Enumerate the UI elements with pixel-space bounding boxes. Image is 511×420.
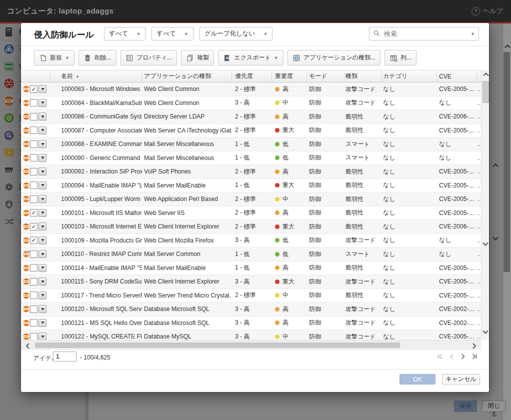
trash-button[interactable]: 削除... — [78, 50, 116, 66]
scroll-down-icon[interactable] — [482, 328, 490, 338]
table-row[interactable]: ✓1000103 - Microsoft Internet Ex…Web Cli… — [21, 220, 481, 234]
table-row[interactable]: 1000092 - Interaction SIP Proxy…VoIP Sof… — [21, 165, 481, 179]
scrollbar-thumb[interactable] — [35, 342, 400, 348]
item-start-input[interactable] — [53, 352, 76, 362]
columns-button[interactable]: 列... — [384, 50, 416, 66]
search-input[interactable] — [383, 30, 468, 38]
row-menu-button[interactable] — [38, 112, 46, 120]
table-row[interactable]: 1000084 - BlackMal/KamaSutra…Web Client … — [21, 96, 481, 110]
table-row[interactable]: 1000090 - Generic Command Fo…Mail Server… — [21, 152, 481, 166]
cancel-button[interactable]: キャンセル — [442, 374, 480, 384]
table-row[interactable]: 1000094 - MailEnable IMAP "LO…Mail Serve… — [21, 179, 481, 193]
application-type-button[interactable]: アプリケーションの種類... — [288, 50, 380, 66]
table-vertical-scrollbar[interactable] — [481, 70, 489, 340]
column-header-6[interactable]: 種類 — [344, 70, 382, 82]
search-box[interactable]: ▼ — [369, 27, 479, 40]
scrollbar-thumb[interactable] — [482, 81, 489, 103]
category: なし — [382, 302, 437, 316]
table-row[interactable]: 1000088 - EXAMINE Command…Mail Server Mi… — [21, 138, 481, 152]
row-menu-button[interactable] — [38, 250, 46, 258]
row-checkbox[interactable] — [30, 278, 38, 286]
scroll-up-icon[interactable] — [482, 71, 490, 80]
new-document-button[interactable]: 新規▼ — [34, 50, 74, 66]
column-header-5[interactable]: モード — [307, 70, 344, 82]
row-menu-button[interactable] — [38, 278, 46, 286]
row-menu-button[interactable] — [38, 85, 46, 93]
row-checkbox[interactable] — [30, 99, 38, 106]
row-checkbox[interactable] — [30, 319, 38, 326]
export-button[interactable]: エクスポート▼ — [218, 50, 283, 66]
row-checkbox[interactable]: ✓ — [30, 236, 38, 244]
table-row[interactable]: 1000120 - Microsoft SQL Serve…Database M… — [21, 302, 481, 316]
column-header-7[interactable]: カテゴリ — [382, 70, 437, 82]
table-row[interactable]: 1000122 - MySQL CREATE FUN…Database MySQ… — [21, 330, 481, 340]
chevron-down-icon[interactable]: ▼ — [470, 32, 475, 36]
row-menu-button[interactable] — [38, 195, 46, 203]
row-menu-button[interactable] — [38, 305, 46, 313]
row-menu-button[interactable] — [38, 168, 46, 176]
row-checkbox[interactable] — [30, 126, 38, 134]
table-row[interactable]: 1000095 - Lupii/Lupper Worm V…Web Applic… — [21, 192, 481, 206]
row-menu-button[interactable] — [38, 236, 46, 244]
table-row[interactable]: 1000115 - Sony DRM CodeSupp…Web Client I… — [21, 275, 481, 289]
column-header-8[interactable]: CVE — [437, 70, 477, 82]
row-menu-button[interactable] — [38, 264, 46, 272]
first-page-icon[interactable] — [436, 353, 444, 360]
grouping-dropdown[interactable]: グループ化しない ▼ — [200, 27, 273, 40]
table-row[interactable]: 1000117 - Trend Micro ServerPr…Web Serve… — [21, 289, 481, 303]
row-checkbox[interactable] — [30, 168, 38, 176]
row-checkbox[interactable] — [30, 196, 38, 203]
table-row[interactable]: 1000087 - Computer Associates…Web Server… — [21, 124, 481, 138]
next-page-icon[interactable] — [460, 353, 466, 360]
filter-dropdown-2[interactable]: すべて ▼ — [152, 27, 193, 40]
row-checkbox[interactable]: ✓ — [30, 209, 38, 216]
row-menu-button[interactable] — [38, 154, 46, 162]
severity: 高 — [272, 165, 307, 178]
row-checkbox[interactable] — [30, 333, 38, 340]
row-menu-button[interactable] — [38, 292, 46, 300]
row-menu-button[interactable] — [38, 319, 46, 327]
ok-button[interactable]: OK — [400, 374, 436, 384]
table-row[interactable]: 1000110 - Restrict IMAP Comm…Mail Server… — [21, 248, 481, 262]
table-row[interactable]: ✓1000083 - Microsoft Windows W…Web Clien… — [21, 82, 481, 96]
row-menu-button[interactable] — [38, 140, 46, 148]
column-header-3[interactable]: 優先度 — [232, 70, 272, 82]
severity-dot — [275, 170, 280, 174]
prev-page-icon[interactable] — [448, 353, 455, 360]
last-page-icon[interactable] — [471, 353, 478, 360]
table-row[interactable]: 1000086 - CommuniGate Syste…Directory Se… — [21, 110, 481, 124]
row-checkbox[interactable] — [30, 140, 38, 148]
row-checkbox[interactable] — [30, 250, 38, 258]
duplicate-button[interactable]: 複製 — [181, 50, 214, 66]
table-row[interactable]: 1000114 - MailEnable IMAP "ST…Mail Serve… — [21, 262, 481, 276]
row-checkbox[interactable] — [30, 306, 38, 313]
column-header-2[interactable]: アプリケーションの種類 — [142, 70, 232, 82]
column-header-1[interactable]: 名前▲ — [50, 70, 142, 82]
table-row[interactable]: ✓1000109 - Mozilla Products Gra…Web Clie… — [21, 234, 481, 248]
filter-value: すべて — [109, 30, 128, 38]
row-checkbox[interactable] — [30, 113, 38, 120]
row-menu-button[interactable] — [38, 222, 46, 230]
table-row[interactable]: ✓1000101 - Microsoft IIS Malform…Web Ser… — [21, 206, 481, 220]
row-menu-button[interactable] — [38, 182, 46, 190]
scroll-down-icon[interactable] — [482, 240, 490, 250]
toolbar-button-label: エクスポート — [234, 54, 270, 62]
row-checkbox[interactable] — [30, 264, 38, 272]
row-checkbox[interactable] — [30, 182, 38, 189]
application-type: Mail Server MailEnable — [142, 179, 232, 192]
row-menu-button[interactable] — [38, 99, 46, 107]
filter-dropdown-1[interactable]: すべて ▼ — [104, 27, 146, 40]
row-menu-button[interactable] — [38, 332, 46, 340]
row-checkbox[interactable]: ✓ — [30, 86, 38, 93]
table-horizontal-scrollbar[interactable] — [21, 340, 481, 350]
row-checkbox[interactable] — [30, 292, 38, 299]
column-header-4[interactable]: 重要度 — [272, 70, 307, 82]
trash-icon — [84, 54, 92, 62]
rule-type: スマート — [344, 152, 382, 165]
row-menu-button[interactable] — [38, 209, 46, 217]
row-menu-button[interactable] — [38, 126, 46, 134]
properties-button[interactable]: プロパティ... — [120, 50, 177, 66]
row-checkbox[interactable]: ✓ — [30, 223, 38, 230]
table-row[interactable]: 1000121 - MS SQL Hello OverflowDatabase … — [21, 316, 481, 330]
row-checkbox[interactable] — [30, 154, 38, 162]
